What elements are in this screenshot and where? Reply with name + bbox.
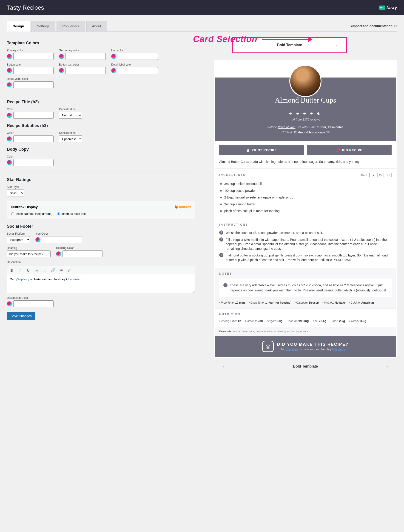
color-input[interactable] bbox=[13, 135, 54, 142]
ingredient-item: 1/2 cup cocoa powder bbox=[219, 187, 391, 194]
instruction-item: If almond butter is sticking up, just ge… bbox=[219, 252, 391, 263]
color-input[interactable] bbox=[13, 112, 54, 119]
pin-button[interactable]: 📌 PIN RECIPE bbox=[307, 145, 391, 155]
color-swatch[interactable] bbox=[7, 136, 12, 141]
section-recipe-subtitles: Recipe Subtitles (h3) bbox=[7, 123, 195, 128]
recipe-description: Almond Butter Cups: made with five ingre… bbox=[215, 159, 396, 168]
description-editor[interactable]: B I U ≣ ☰ 🔗 ⚮ 🏷 Tag @wptasty on Instagra… bbox=[7, 266, 195, 293]
bullet-list-icon[interactable]: ≣ bbox=[34, 268, 39, 272]
color-input[interactable] bbox=[13, 159, 54, 166]
recipe-note: These are very adaptable – I've used as … bbox=[223, 283, 387, 293]
color-input[interactable] bbox=[13, 81, 54, 88]
instagram-icon: ◎ bbox=[262, 341, 274, 352]
tab-about[interactable]: About bbox=[86, 21, 107, 31]
tag-icon[interactable]: 🏷 bbox=[67, 269, 72, 272]
svg-marker-2 bbox=[308, 36, 313, 42]
tabs: Design Settings Converters About bbox=[7, 21, 108, 31]
section-social-footer: Social Footer bbox=[7, 224, 195, 229]
print-button[interactable]: 🖨 PRINT RECIPE bbox=[219, 145, 304, 155]
description-textarea[interactable]: Tag @wptasty on Instagram and hashtag it… bbox=[7, 274, 195, 293]
color-swatch[interactable] bbox=[59, 68, 64, 73]
nutrifox-title: Nutrifox Display bbox=[11, 205, 38, 209]
ingredient-item: pinch of sea salt, plus more for topping bbox=[219, 208, 391, 215]
nutrifox-logo: 🦊 nutrifox bbox=[174, 205, 191, 209]
color-swatch[interactable] bbox=[56, 251, 61, 256]
color-input[interactable] bbox=[118, 53, 158, 60]
external-link-icon bbox=[394, 24, 397, 28]
color-swatch[interactable] bbox=[7, 301, 12, 306]
wptasty-logo: WP tasty bbox=[379, 5, 397, 10]
color-input[interactable] bbox=[65, 53, 106, 60]
social-hashtag-link[interactable]: #wptasty bbox=[334, 348, 345, 351]
recipe-image bbox=[289, 65, 322, 97]
rating-text: 4.6 from 1376 reviews bbox=[222, 118, 389, 121]
color-swatch[interactable] bbox=[111, 54, 116, 59]
color-swatch[interactable] bbox=[7, 160, 12, 165]
color-swatch[interactable] bbox=[59, 54, 64, 59]
instruction-item: Fill a regular size muffin tin with pape… bbox=[219, 237, 391, 252]
scale-3x-button[interactable]: 3x bbox=[385, 173, 391, 177]
color-input[interactable] bbox=[65, 67, 106, 74]
social-platform-select[interactable]: Instagram bbox=[7, 236, 30, 243]
support-link[interactable]: Support and documentation bbox=[350, 24, 397, 28]
author-link[interactable]: Pinch of Yum bbox=[278, 125, 296, 129]
svg-line-0 bbox=[395, 25, 397, 26]
tab-design[interactable]: Design bbox=[7, 21, 30, 32]
recipe-preview: Almond Butter Cups ★ ★ ★ ★ ⯪ 4.6 from 13… bbox=[214, 60, 397, 358]
color-swatch[interactable] bbox=[7, 68, 12, 73]
numbered-list-icon[interactable]: ☰ bbox=[43, 268, 47, 272]
section-recipe-title: Recipe Title (h2) bbox=[7, 100, 195, 104]
arrow-icon bbox=[262, 36, 313, 43]
recipe-title: Almond Butter Cups bbox=[222, 96, 389, 104]
underline-icon[interactable]: U bbox=[26, 269, 31, 272]
chevron-right-icon[interactable]: › bbox=[386, 364, 388, 369]
color-swatch[interactable] bbox=[7, 54, 12, 59]
chevron-left-icon[interactable]: ‹ bbox=[223, 364, 225, 369]
page-title: Tasty Recipes bbox=[7, 4, 44, 11]
color-swatch[interactable] bbox=[7, 113, 12, 118]
chevron-right-icon[interactable]: › bbox=[335, 43, 337, 48]
color-input[interactable] bbox=[42, 236, 82, 243]
nutrifox-plain-radio[interactable]: Insert as plain text bbox=[57, 212, 86, 216]
heading-input[interactable] bbox=[7, 250, 50, 257]
instruction-item: Whisk the coconut oil, cocoa powder, swe… bbox=[219, 230, 391, 237]
ingredient-item: 3/4 cup almond butter bbox=[219, 201, 391, 208]
link-icon[interactable]: 🔗 bbox=[51, 268, 55, 272]
ingredient-item: 3/4 cup melted coconut oil bbox=[219, 180, 391, 187]
bold-icon[interactable]: B bbox=[9, 269, 14, 272]
color-input[interactable] bbox=[13, 300, 54, 307]
color-input[interactable] bbox=[63, 250, 103, 257]
star-rating-icons: ★ ★ ★ ★ ⯪ bbox=[222, 112, 389, 116]
section-body-copy: Body Copy bbox=[7, 147, 195, 152]
capitalization-select[interactable]: Normal bbox=[59, 112, 82, 119]
section-template-colors: Template Colors bbox=[7, 41, 195, 45]
scale-1x-button[interactable]: 1x bbox=[370, 173, 376, 177]
italic-icon[interactable]: I bbox=[18, 269, 22, 272]
color-swatch[interactable] bbox=[111, 68, 116, 73]
unlink-icon[interactable]: ⚮ bbox=[59, 268, 64, 272]
social-footer: ◎ DID YOU MAKE THIS RECIPE? Tag @wptasty… bbox=[215, 336, 396, 357]
nutrifox-iframe-radio[interactable]: Insert Nutrifox label (iframe) bbox=[11, 212, 52, 216]
color-input[interactable] bbox=[13, 53, 54, 60]
tab-settings[interactable]: Settings bbox=[31, 21, 55, 31]
star-style-select[interactable]: Solid bbox=[7, 190, 24, 196]
color-input[interactable] bbox=[13, 67, 54, 74]
capitalization-select[interactable]: Uppercase bbox=[59, 135, 82, 142]
scale-2x-button[interactable]: 2x bbox=[377, 173, 384, 177]
tab-converters[interactable]: Converters bbox=[57, 21, 85, 31]
save-button[interactable]: Save Changes bbox=[7, 312, 35, 320]
ingredient-item: 2 tbsp. natural sweetener (agave or mapl… bbox=[219, 194, 391, 201]
color-swatch[interactable] bbox=[35, 237, 40, 242]
social-handle-link[interactable]: @wptasty bbox=[286, 348, 298, 351]
annotation: Card Selection bbox=[193, 34, 313, 44]
bottom-card-selector: ‹ Bold Template › bbox=[214, 358, 397, 374]
color-input[interactable] bbox=[118, 67, 158, 74]
color-swatch[interactable] bbox=[7, 82, 12, 87]
section-star-ratings: Star Ratings bbox=[7, 177, 195, 182]
